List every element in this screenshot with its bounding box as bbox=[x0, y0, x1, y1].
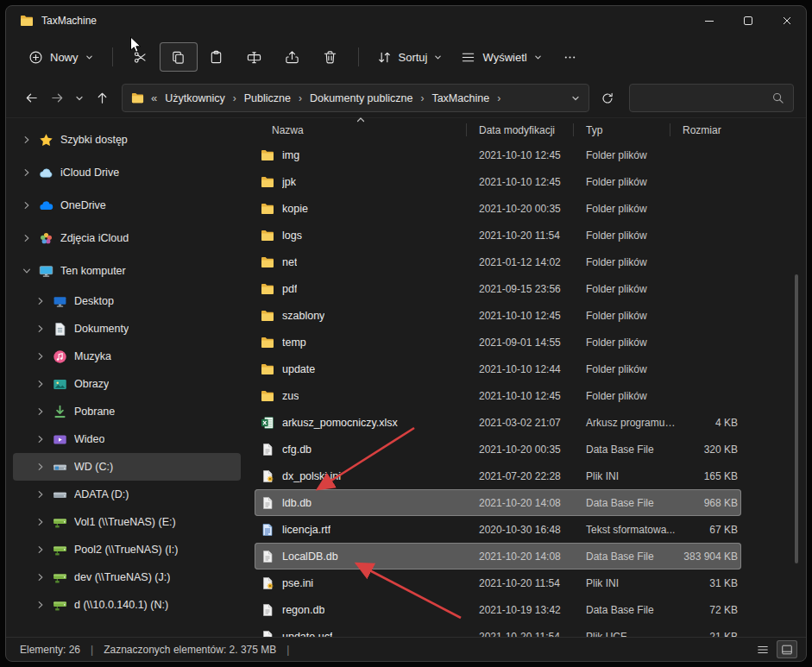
items-count: Elementy: 26 bbox=[20, 644, 80, 656]
file-row[interactable]: LocalDB.db 2021-10-20 14:08 Data Base Fi… bbox=[255, 543, 741, 569]
file-type: Data Base File bbox=[579, 551, 676, 563]
chevron-icon[interactable] bbox=[35, 490, 46, 499]
sidebar-item[interactable]: Dokumenty bbox=[13, 315, 241, 343]
breadcrumb-collapsed-indicator[interactable]: « bbox=[144, 91, 161, 104]
file-modified: 2021-10-20 00:35 bbox=[472, 203, 579, 215]
paste-button[interactable] bbox=[198, 42, 236, 72]
file-row[interactable]: szablony 2021-10-10 12:45 Folder plików bbox=[255, 302, 741, 329]
breadcrumb-item-label[interactable]: Użytkownicy bbox=[161, 91, 228, 106]
sidebar-item[interactable]: Zdjęcia iCloud bbox=[13, 222, 241, 255]
chevron-icon[interactable] bbox=[22, 234, 32, 242]
column-header-type[interactable]: Typ bbox=[579, 118, 676, 142]
new-button[interactable]: Nowy bbox=[18, 42, 104, 72]
breadcrumb-item-label[interactable]: Publiczne bbox=[241, 91, 294, 106]
search-box[interactable] bbox=[629, 84, 794, 112]
close-button[interactable] bbox=[767, 6, 806, 35]
search-input[interactable] bbox=[639, 91, 771, 105]
details-view-button[interactable] bbox=[752, 640, 773, 658]
sidebar-item[interactable]: iCloud Drive bbox=[13, 156, 241, 189]
chevron-icon[interactable] bbox=[35, 324, 46, 333]
sidebar-item[interactable]: Ten komputer bbox=[13, 255, 241, 287]
sidebar-item[interactable]: OneDrive bbox=[13, 189, 241, 222]
file-row[interactable]: update 2021-10-10 12:44 Folder plików bbox=[255, 356, 741, 382]
breadcrumb-item-label[interactable]: Dokumenty publiczne bbox=[306, 91, 417, 106]
cut-button[interactable] bbox=[122, 42, 160, 72]
file-row[interactable]: regon.db 2021-10-19 13:42 Data Base File… bbox=[255, 596, 741, 623]
sidebar-item[interactable]: Szybki dostęp bbox=[13, 123, 241, 156]
sidebar-item[interactable]: Muzyka bbox=[13, 343, 241, 370]
view-button[interactable]: Wyświetl bbox=[451, 42, 551, 72]
sort-button[interactable]: Sortuj bbox=[368, 42, 452, 72]
more-options-button[interactable] bbox=[551, 42, 589, 72]
back-button[interactable] bbox=[18, 85, 44, 111]
scrollbar-thumb[interactable] bbox=[795, 274, 798, 563]
copy-button[interactable] bbox=[160, 42, 198, 72]
sidebar-item[interactable]: d (\\10.0.140.1) (N:) bbox=[13, 591, 241, 619]
file-row[interactable]: cfg.db 2021-10-20 00:35 Data Base File 3… bbox=[255, 436, 741, 462]
maximize-button[interactable] bbox=[728, 6, 767, 35]
ini-icon bbox=[261, 576, 274, 590]
file-row[interactable]: zus 2021-10-10 12:45 Folder plików bbox=[255, 382, 741, 409]
folder-icon bbox=[261, 202, 274, 216]
file-row[interactable]: licencja.rtf 2020-10-30 16:48 Tekst sfor… bbox=[255, 516, 741, 543]
recent-locations-button[interactable] bbox=[70, 85, 89, 111]
sidebar-item[interactable]: Desktop bbox=[13, 287, 241, 315]
chevron-icon[interactable] bbox=[35, 380, 46, 388]
chevron-icon[interactable] bbox=[35, 518, 46, 526]
share-button[interactable] bbox=[274, 42, 312, 72]
sidebar-item[interactable]: Obrazy bbox=[13, 370, 241, 398]
chevron-icon[interactable] bbox=[35, 407, 46, 416]
file-row[interactable]: dx_polski.ini 2021-07-20 22:28 Plik INI … bbox=[255, 462, 741, 489]
chevron-icon[interactable] bbox=[22, 267, 32, 275]
chevron-icon[interactable] bbox=[22, 168, 32, 177]
column-header-size[interactable]: Rozmiar bbox=[676, 118, 741, 142]
column-header-modified[interactable]: Data modyfikacji bbox=[472, 118, 579, 142]
file-row[interactable]: pdf 2021-09-15 23:56 Folder plików bbox=[255, 275, 741, 302]
file-row[interactable]: net 2021-01-12 14:02 Folder plików bbox=[255, 249, 741, 275]
chevron-icon[interactable] bbox=[35, 297, 46, 305]
chevron-icon[interactable] bbox=[35, 545, 46, 554]
chevron-icon[interactable] bbox=[22, 201, 32, 210]
file-row[interactable]: pse.ini 2021-10-20 11:54 Plik INI 31 KB bbox=[255, 569, 741, 596]
delete-button[interactable] bbox=[312, 42, 349, 72]
sidebar-item[interactable]: Pobrane bbox=[13, 398, 241, 425]
file-name: update bbox=[282, 363, 315, 375]
sidebar-item[interactable]: dev (\\TrueNAS) (J:) bbox=[13, 563, 241, 591]
sidebar-item[interactable]: ADATA (D:) bbox=[13, 481, 241, 508]
file-row[interactable]: jpk 2021-10-10 12:45 Folder plików bbox=[255, 168, 741, 195]
sidebar-item[interactable]: WD (C:) bbox=[13, 453, 241, 481]
minimize-button[interactable] bbox=[689, 6, 728, 35]
file-row[interactable]: img 2021-10-10 12:45 Folder plików bbox=[255, 142, 741, 168]
file-row[interactable]: logs 2021-10-20 11:54 Folder plików bbox=[255, 222, 741, 249]
vertical-scrollbar[interactable] bbox=[794, 118, 799, 633]
chevron-icon[interactable] bbox=[22, 135, 32, 144]
file-row[interactable]: update.ucf 2021-10-20 11:54 Plik UCF 21 … bbox=[255, 623, 741, 637]
folder-icon bbox=[261, 389, 274, 403]
file-row[interactable]: arkusz_pomocniczy.xlsx 2021-03-02 21:07 … bbox=[255, 409, 741, 436]
chevron-icon[interactable] bbox=[35, 352, 46, 361]
chevron-icon[interactable] bbox=[35, 573, 46, 582]
refresh-button[interactable] bbox=[595, 85, 620, 111]
up-button[interactable] bbox=[89, 85, 115, 111]
rename-button[interactable] bbox=[236, 42, 274, 72]
address-dropdown-icon[interactable] bbox=[564, 94, 580, 103]
breadcrumb-item-label[interactable]: TaxMachine bbox=[428, 91, 493, 106]
address-bar[interactable]: « Użytkownicy›Publiczne›Dokumenty public… bbox=[122, 84, 589, 112]
file-modified: 2021-10-10 12:45 bbox=[472, 310, 579, 322]
chevron-icon[interactable] bbox=[35, 462, 46, 471]
file-row[interactable]: kopie 2021-10-20 00:35 Folder plików bbox=[255, 195, 741, 222]
sidebar-item[interactable]: Vol1 (\\TrueNAS) (E:) bbox=[13, 508, 241, 536]
sidebar-item-label: Zdjęcia iCloud bbox=[60, 232, 129, 244]
chevron-icon[interactable] bbox=[35, 601, 46, 609]
folder-icon bbox=[261, 175, 274, 189]
sidebar-item[interactable]: Pool2 (\\TrueNAS) (I:) bbox=[13, 536, 241, 563]
forward-button[interactable] bbox=[44, 85, 70, 111]
file-row[interactable]: temp 2021-09-01 14:55 Folder plików bbox=[255, 329, 741, 356]
file-row[interactable]: ldb.db 2021-10-20 14:08 Data Base File 9… bbox=[255, 489, 741, 516]
chevron-icon[interactable] bbox=[35, 435, 46, 444]
sidebar-item[interactable]: Wideo bbox=[13, 425, 241, 453]
folder-icon bbox=[261, 362, 274, 376]
thumbnail-view-button[interactable] bbox=[777, 640, 797, 658]
desktop-icon bbox=[53, 294, 67, 309]
column-header-name[interactable]: Nazwa bbox=[255, 118, 472, 142]
